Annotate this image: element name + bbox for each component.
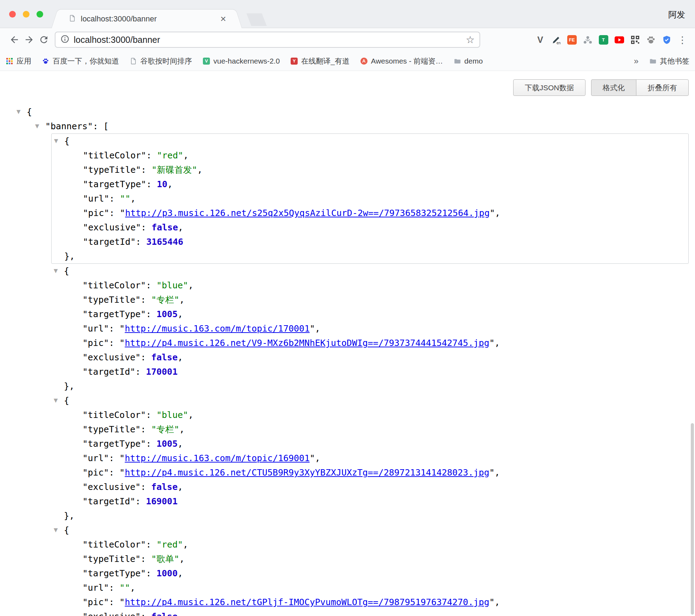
vimium-extension-icon[interactable]: V — [535, 34, 546, 45]
bookmark-awesomes[interactable]: A Awesomes - 前端资… — [360, 56, 443, 66]
json-line: "url": "", — [51, 581, 689, 595]
format-collapse-group: 格式化 折叠所有 — [591, 79, 689, 96]
collapse-toggle-icon[interactable]: ▼ — [54, 393, 64, 408]
json-line: ▼{ — [0, 105, 695, 119]
collapse-toggle-icon[interactable]: ▼ — [54, 523, 64, 537]
folder-icon — [649, 57, 657, 65]
svg-text:en: en — [556, 41, 561, 45]
collapse-all-button[interactable]: 折叠所有 — [636, 79, 689, 96]
shield-check-extension-icon[interactable] — [661, 34, 672, 45]
bookmark-baidu[interactable]: 百度一下，你就知道 — [42, 56, 119, 66]
json-line: "titleColor": "blue", — [51, 408, 689, 422]
forward-button[interactable] — [22, 32, 37, 47]
json-line: "exclusive": false, — [51, 480, 689, 494]
document-icon — [130, 57, 137, 65]
other-bookmarks[interactable]: 其他书签 — [649, 56, 689, 66]
apps-grid-icon — [6, 57, 13, 65]
fullscreen-window-button[interactable] — [37, 11, 43, 18]
json-line: "url": "http://music.163.com/m/topic/169… — [51, 451, 689, 465]
json-object-block: ▼{"titleColor": "red","typeTitle": "歌单",… — [51, 523, 689, 616]
json-line: "typeTitle": "歌单", — [51, 552, 689, 566]
tab-strip: localhost:3000/banner × 阿发 — [0, 0, 695, 28]
page-info-icon[interactable] — [60, 34, 70, 45]
bookmark-apps[interactable]: 应用 — [6, 56, 31, 66]
json-line: "typeTitle": "专栏", — [51, 293, 689, 307]
json-line: "targetType": 1005, — [51, 437, 689, 451]
awesomes-icon: A — [360, 57, 368, 65]
bookmarks-bar: 应用 百度一下，你就知道 谷歌按时间排序 V vue-hackernews-2.… — [0, 51, 695, 71]
json-controls: 下载JSON数据 格式化 折叠所有 — [513, 79, 689, 96]
json-line: "exclusive": false, — [52, 220, 688, 235]
collapse-toggle-icon[interactable]: ▼ — [16, 105, 27, 119]
paw-extension-icon[interactable] — [645, 34, 656, 45]
json-line: }, — [51, 379, 689, 393]
json-line: ▼{ — [51, 264, 689, 278]
json-url-link[interactable]: http://p3.music.126.net/s25q2x5QyqsAzilC… — [125, 208, 490, 218]
browser-menu-icon[interactable]: ⋮ — [677, 34, 688, 45]
en-translate-pen-extension-icon[interactable]: en — [550, 34, 562, 45]
bookmark-youdao-translate[interactable]: Y 在线翻译_有道 — [290, 56, 350, 66]
json-tree: ▼{▼"banners": [▼{"titleColor": "red","ty… — [0, 71, 695, 616]
bookmark-google-sort[interactable]: 谷歌按时间排序 — [130, 56, 192, 66]
json-object-block: ▼{"titleColor": "blue","typeTitle": "专栏"… — [51, 393, 689, 523]
json-line: ▼{ — [51, 393, 689, 408]
browser-tab[interactable]: localhost:3000/banner × — [60, 9, 233, 28]
folder-icon — [454, 57, 461, 65]
new-tab-button[interactable] — [246, 13, 267, 26]
tab-title: localhost:3000/banner — [81, 14, 219, 24]
profile-name[interactable]: 阿发 — [668, 9, 685, 20]
json-line: "pic": "http://p4.music.126.net/tGPljf-I… — [51, 595, 689, 609]
json-line: ▼{ — [51, 523, 689, 537]
youtube-extension-icon[interactable] — [614, 34, 625, 45]
json-line: }, — [51, 509, 689, 523]
json-object-block: ▼{"titleColor": "red","typeTitle": "新碟首发… — [51, 133, 689, 264]
collapse-toggle-icon[interactable]: ▼ — [35, 119, 45, 133]
window-controls — [9, 11, 43, 18]
json-url-link[interactable]: http://music.163.com/m/topic/169001 — [125, 453, 310, 463]
qrcode-extension-icon[interactable] — [629, 34, 641, 45]
json-line: "url": "http://music.163.com/m/topic/170… — [51, 321, 689, 336]
json-line: "pic": "http://p3.music.126.net/s25q2x5Q… — [52, 206, 688, 220]
back-button[interactable] — [7, 32, 22, 47]
json-line: "titleColor": "red", — [51, 537, 689, 552]
json-line: "typeTitle": "专栏", — [51, 422, 689, 437]
format-button[interactable]: 格式化 — [591, 79, 636, 96]
json-url-link[interactable]: http://p4.music.126.net/CTU5B9R9y3XyYBZX… — [125, 467, 489, 478]
download-json-button[interactable]: 下载JSON数据 — [513, 79, 585, 96]
close-window-button[interactable] — [9, 11, 16, 18]
json-line: "titleColor": "red", — [52, 148, 688, 163]
json-line: "exclusive": false, — [51, 350, 689, 365]
collapse-toggle-icon[interactable]: ▼ — [54, 264, 64, 278]
json-line: "titleColor": "blue", — [51, 278, 689, 293]
address-bar[interactable]: localhost:3000/banner ☆ — [55, 32, 480, 48]
json-line: ▼{ — [52, 134, 688, 148]
youdao-icon: Y — [290, 57, 298, 65]
fe-helper-extension-icon[interactable]: FE — [566, 34, 577, 45]
minimize-window-button[interactable] — [23, 11, 29, 18]
json-line: "targetType": 10, — [52, 177, 688, 191]
json-line: ▼"banners": [ — [0, 119, 695, 133]
json-line: "targetType": 1005, — [51, 307, 689, 321]
json-line: "url": "", — [52, 191, 688, 206]
bookmark-star-icon[interactable]: ☆ — [466, 34, 475, 46]
json-url-link[interactable]: http://p4.music.126.net/tGPljf-IMOCyPvum… — [125, 597, 489, 607]
url-text[interactable]: localhost:3000/banner — [74, 35, 466, 45]
org-chart-extension-icon[interactable] — [582, 34, 593, 45]
json-line: "pic": "http://p4.music.126.net/CTU5B9R9… — [51, 465, 689, 480]
browser-toolbar: localhost:3000/banner ☆ V en FE T — [0, 28, 695, 51]
tab-favicon-document-icon — [69, 14, 76, 24]
t-green-shield-extension-icon[interactable]: T — [598, 34, 609, 45]
bookmark-vue-hackernews[interactable]: V vue-hackernews-2.0 — [203, 57, 280, 65]
extensions-bar: V en FE T ⋮ — [486, 34, 688, 45]
json-line: "targetId": 169001 — [51, 494, 689, 509]
reload-button[interactable] — [37, 32, 51, 47]
bookmark-folder-demo[interactable]: demo — [454, 57, 483, 65]
tab-close-icon[interactable]: × — [219, 14, 227, 24]
json-url-link[interactable]: http://p4.music.126.net/V9-MXz6b2MNhEKju… — [125, 338, 489, 348]
bookmarks-overflow-chevron[interactable]: » — [634, 56, 638, 66]
collapse-toggle-icon[interactable]: ▼ — [54, 134, 64, 148]
scrollbar-thumb[interactable] — [691, 423, 694, 615]
json-url-link[interactable]: http://music.163.com/m/topic/170001 — [125, 323, 310, 334]
page-content: 下载JSON数据 格式化 折叠所有 ▼{▼"banners": [▼{"titl… — [0, 71, 695, 616]
baidu-paw-icon — [42, 57, 49, 65]
